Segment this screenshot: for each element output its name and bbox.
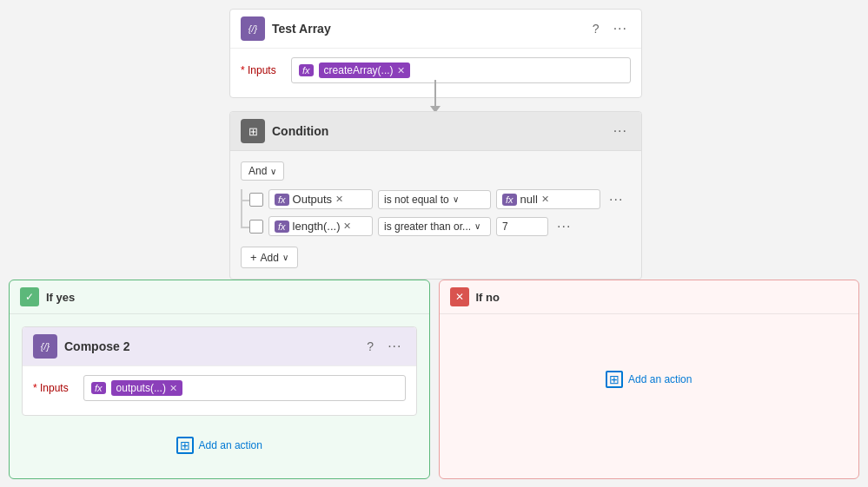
if-no-panel: ✕ If no ⊞ Add an action (439, 280, 860, 479)
and-dropdown[interactable]: And ∨ (241, 161, 284, 181)
condition-row1-more[interactable]: ··· (606, 190, 626, 209)
if-yes-icon: ✓ (20, 287, 39, 306)
arrow-line-1 (434, 80, 436, 106)
if-yes-panel: ✓ If yes {/} Compose 2 ? ··· (9, 280, 430, 479)
test-array-icon: {/} (241, 16, 265, 41)
compose-2-input-field[interactable]: fx outputs(...) ✕ (83, 375, 406, 401)
test-array-header: {/} Test Array ? ··· (230, 10, 641, 49)
row1-fx-icon: fx (275, 194, 289, 206)
canvas: {/} Test Array ? ··· Inputs fx createArr… (0, 0, 868, 487)
condition-row2-more[interactable]: ··· (553, 217, 574, 236)
condition-icon: ⊞ (241, 119, 265, 143)
if-yes-add-action-button[interactable]: ⊞ Add an action (169, 433, 269, 457)
condition-block: ⊞ Condition ··· And ∨ fx Outputs ✕ (229, 111, 642, 280)
add-condition-button[interactable]: + Add ∨ (241, 247, 298, 268)
row1-outputs-label: Outputs (293, 193, 333, 206)
condition-row1-checkbox[interactable] (249, 193, 263, 207)
if-no-add-action-button[interactable]: ⊞ Add an action (599, 367, 699, 392)
compose-2-icon: {/} (33, 334, 57, 359)
if-no-title: If no (476, 291, 500, 304)
fx-icon: fx (299, 64, 314, 76)
row1-val-close[interactable]: ✕ (541, 194, 549, 205)
arrow-down-1 (430, 80, 441, 113)
row2-op-chevron: ∨ (474, 221, 480, 231)
row1-null-label: null (520, 193, 538, 206)
and-chevron-icon: ∨ (270, 167, 276, 176)
row1-chip-close[interactable]: ✕ (335, 194, 343, 205)
row1-val-fx-icon: fx (502, 194, 517, 206)
condition-row1-chip[interactable]: fx Outputs ✕ (268, 189, 373, 209)
if-yes-title: If yes (46, 291, 75, 304)
compose-2-more-button[interactable]: ··· (384, 337, 405, 356)
condition-row-2: fx length(...) ✕ is greater than or... ∨… (249, 216, 631, 236)
compose-2-help-button[interactable]: ? (363, 338, 377, 355)
condition-more-button[interactable]: ··· (610, 122, 631, 141)
condition-row-1: fx Outputs ✕ is not equal to ∨ fx null ✕… (249, 189, 631, 209)
if-yes-add-icon: ⊞ (176, 437, 194, 454)
test-array-input-field[interactable]: fx createArray(...) ✕ (291, 57, 631, 83)
test-array-actions: ? ··· (589, 19, 631, 38)
condition-row1-operator[interactable]: is not equal to ∨ (378, 190, 491, 209)
if-no-icon: ✕ (450, 287, 469, 306)
condition-row2-value[interactable]: 7 (496, 217, 548, 236)
outputs-chip-close[interactable]: ✕ (169, 383, 177, 394)
compose-2-body: Inputs fx outputs(...) ✕ (23, 366, 416, 415)
compose-2-title: Compose 2 (64, 339, 356, 353)
test-array-more-button[interactable]: ··· (610, 19, 631, 38)
condition-body: And ∨ fx Outputs ✕ is not equal to ∨ (230, 151, 641, 279)
test-array-title: Test Array (272, 22, 582, 36)
if-yes-label-bar: ✓ If yes (10, 280, 429, 314)
condition-row2-chip[interactable]: fx length(...) ✕ (268, 216, 373, 236)
condition-title: Condition (272, 124, 603, 138)
compose-2-block: {/} Compose 2 ? ··· Inputs fx outp (22, 326, 417, 416)
if-no-label-bar: ✕ If no (440, 280, 859, 314)
test-array-input-label: Inputs (241, 64, 284, 76)
compose-2-inputs-row: Inputs fx outputs(...) ✕ (33, 375, 406, 401)
condition-header: ⊞ Condition ··· (230, 112, 641, 151)
add-plus-icon: + (250, 251, 257, 264)
row2-fx-icon: fx (275, 220, 289, 233)
compose-2-input-label: Inputs (33, 382, 76, 394)
condition-row2-operator[interactable]: is greater than or... ∨ (378, 217, 491, 236)
compose-2-header: {/} Compose 2 ? ··· (23, 327, 416, 366)
create-array-chip: createArray(...) ✕ (319, 63, 410, 78)
if-no-add-icon: ⊞ (606, 371, 623, 388)
if-yes-add-action-area: ⊞ Add an action (10, 424, 429, 466)
condition-rows: fx Outputs ✕ is not equal to ∨ fx null ✕… (249, 189, 631, 236)
compose-2-actions: ? ··· (363, 337, 405, 356)
row2-chip-close[interactable]: ✕ (343, 220, 351, 232)
create-array-chip-close[interactable]: ✕ (397, 65, 405, 76)
branch-panels: ✓ If yes {/} Compose 2 ? ··· (9, 280, 859, 479)
outputs-chip: outputs(...) ✕ (111, 380, 182, 396)
row1-op-chevron: ∨ (453, 194, 459, 204)
compose-fx-icon: fx (91, 382, 106, 394)
condition-row1-value[interactable]: fx null ✕ (496, 189, 600, 209)
test-array-help-button[interactable]: ? (589, 20, 603, 37)
condition-actions: ··· (610, 122, 631, 141)
add-chevron-icon: ∨ (282, 253, 288, 262)
row2-length-label: length(...) (293, 220, 341, 233)
condition-row2-checkbox[interactable] (249, 220, 263, 234)
